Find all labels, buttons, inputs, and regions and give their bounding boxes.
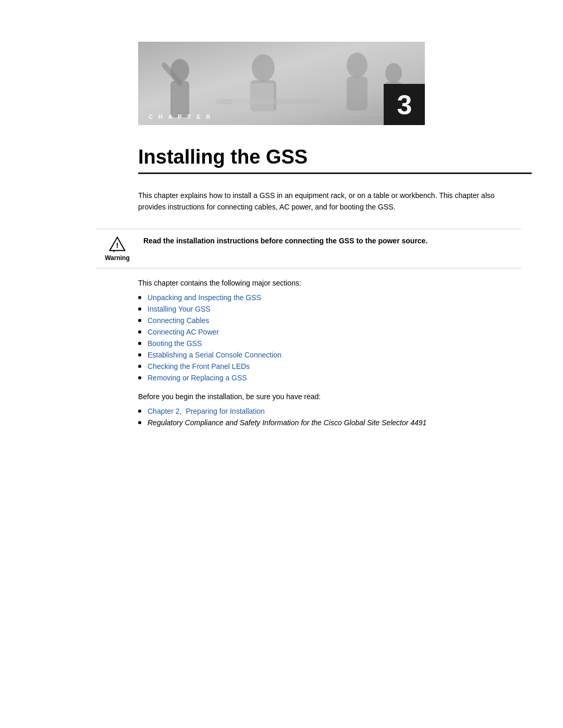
chapter-title: Installing the GSS xyxy=(138,146,532,168)
link-front-panel[interactable]: Checking the Front Panel LEDs xyxy=(148,362,250,371)
chapter-number: 3 xyxy=(397,89,412,120)
page: C H A P T E R 3 Installing the GSS This … xyxy=(0,42,563,728)
svg-point-4 xyxy=(252,54,275,81)
intro-paragraph: This chapter explains how to install a G… xyxy=(138,190,521,213)
list-item: Installing Your GSS xyxy=(138,305,521,313)
list-item: Connecting AC Power xyxy=(138,328,521,336)
bullet-dot xyxy=(138,307,141,311)
link-unpacking[interactable]: Unpacking and Inspecting the GSS xyxy=(148,293,261,302)
warning-label: Warning xyxy=(105,254,130,262)
warning-section: ! Warning Read the installation instruct… xyxy=(96,229,521,268)
bullet-dot xyxy=(138,330,141,334)
svg-rect-7 xyxy=(232,83,274,112)
content-area: This chapter explains how to install a G… xyxy=(138,190,521,427)
link-installing[interactable]: Installing Your GSS xyxy=(148,305,211,313)
svg-text:!: ! xyxy=(116,241,119,250)
list-item: Regulatory Compliance and Safety Informa… xyxy=(138,418,521,427)
before-reading-intro: Before you begin the installation, be su… xyxy=(138,392,521,401)
warning-left: ! Warning xyxy=(96,236,138,262)
bullet-dot xyxy=(138,421,141,424)
link-connecting-cables[interactable]: Connecting Cables xyxy=(148,316,209,325)
warning-content: Read the installation instructions befor… xyxy=(143,236,427,246)
link-chapter2[interactable]: Chapter 2, Preparing for Installation xyxy=(148,407,265,415)
title-underline xyxy=(138,172,532,174)
regulatory-text: Regulatory Compliance and Safety Informa… xyxy=(148,418,426,427)
list-item: Removing or Replacing a GSS xyxy=(138,374,521,382)
bullet-dot xyxy=(138,410,141,413)
bullet-dot xyxy=(138,296,141,299)
link-removing[interactable]: Removing or Replacing a GSS xyxy=(148,374,247,382)
svg-rect-2 xyxy=(170,81,189,117)
svg-point-10 xyxy=(385,63,402,83)
bullet-dot xyxy=(138,365,141,368)
svg-point-8 xyxy=(347,53,368,78)
chapter-banner: C H A P T E R 3 xyxy=(138,42,425,125)
banner-photo xyxy=(138,42,425,125)
warning-icon: ! xyxy=(109,236,126,252)
warning-text: Read the installation instructions befor… xyxy=(143,237,427,245)
list-item: Unpacking and Inspecting the GSS xyxy=(138,293,521,302)
chapter-label: C H A P T E R xyxy=(149,114,213,120)
bullet-dot xyxy=(138,376,141,379)
bullet-dot xyxy=(138,319,141,322)
list-item: Booting the GSS xyxy=(138,339,521,348)
bullet-dot xyxy=(138,353,141,356)
list-item: Checking the Front Panel LEDs xyxy=(138,362,521,371)
bullet-dot xyxy=(138,342,141,345)
banner-image xyxy=(138,42,425,125)
link-connecting-ac[interactable]: Connecting AC Power xyxy=(148,328,219,336)
chapter-title-area: Installing the GSS xyxy=(138,146,532,174)
link-serial-console[interactable]: Establishing a Serial Console Connection xyxy=(148,351,282,359)
svg-rect-9 xyxy=(347,77,368,110)
before-reading-list: Chapter 2, Preparing for Installation Re… xyxy=(138,407,521,427)
list-item: Chapter 2, Preparing for Installation xyxy=(138,407,521,415)
chapter-number-box: 3 xyxy=(384,84,425,125)
link-booting[interactable]: Booting the GSS xyxy=(148,339,202,348)
list-item: Connecting Cables xyxy=(138,316,521,325)
sections-list: Unpacking and Inspecting the GSS Install… xyxy=(138,293,521,382)
list-item: Establishing a Serial Console Connection xyxy=(138,351,521,359)
sections-intro: This chapter contains the following majo… xyxy=(138,279,521,287)
